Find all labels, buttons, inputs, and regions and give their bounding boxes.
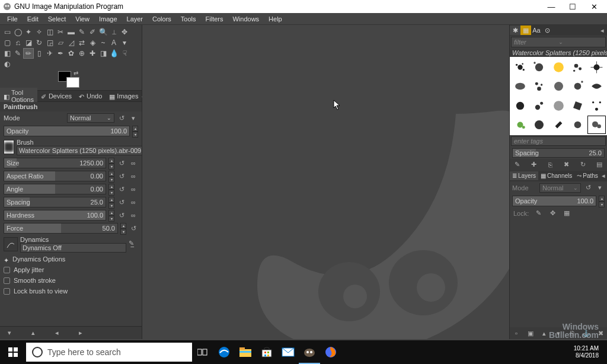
tab-brushes[interactable]: ✱ <box>510 25 520 35</box>
taskbar-clock[interactable]: 10:21 AM 8/4/2018 <box>569 345 603 359</box>
system-tray[interactable]: 10:21 AM 8/4/2018 <box>569 345 607 359</box>
layers-tab-menu[interactable]: ◂ <box>600 172 607 180</box>
tool-move[interactable]: ✥ <box>120 27 129 37</box>
tool-smudge[interactable]: ☟ <box>120 49 129 58</box>
layer-mode-reset-icon[interactable]: ↺ <box>583 183 593 193</box>
size-stepper[interactable]: ▴▾ <box>108 158 114 168</box>
start-button[interactable] <box>0 340 26 364</box>
layer-up-icon[interactable]: ▴ <box>540 328 548 338</box>
size-slider[interactable]: Size 1250.00 <box>4 158 106 168</box>
brush-item[interactable] <box>530 96 548 114</box>
tool-foreground[interactable]: ▬ <box>66 27 76 37</box>
brush-item[interactable] <box>511 96 529 114</box>
taskbar-mail-icon[interactable] <box>277 340 299 364</box>
taskbar-explorer-icon[interactable] <box>235 340 256 364</box>
tool-fuzzy-select[interactable]: ✧ <box>34 27 44 37</box>
tool-heal[interactable]: ✚ <box>88 49 97 58</box>
menu-view[interactable]: View <box>71 14 94 24</box>
tool-rect-select[interactable]: ▭ <box>2 27 12 37</box>
spacing-stepper[interactable]: ▴▾ <box>108 197 114 207</box>
close-button[interactable]: ✕ <box>583 2 605 11</box>
brush-item[interactable] <box>549 77 567 95</box>
delete-brush-icon[interactable]: ✖ <box>562 160 571 170</box>
delete-preset-icon[interactable]: ◂ <box>52 328 62 338</box>
opacity-slider[interactable]: Opacity 100.0 <box>4 126 130 136</box>
menu-file[interactable]: File <box>2 14 23 24</box>
tool-bucket[interactable]: ▾ <box>120 38 129 47</box>
dynamics-thumbnail[interactable] <box>4 237 18 251</box>
minimize-button[interactable]: — <box>541 2 562 11</box>
tool-color-picker[interactable]: ✐ <box>88 27 97 37</box>
taskbar-store-icon[interactable] <box>256 340 277 364</box>
brush-spacing-slider[interactable]: Spacing 25.0 <box>512 148 605 158</box>
taskbar-gimp-icon[interactable] <box>299 340 320 364</box>
edit-brush-icon[interactable]: ✎ <box>513 160 522 170</box>
lock-brush-row[interactable]: Lock brush to view <box>0 286 142 296</box>
size-link-icon[interactable]: ∞ <box>129 158 138 168</box>
brush-item[interactable] <box>530 58 548 76</box>
tool-rotate[interactable]: ↻ <box>34 38 44 47</box>
background-color[interactable] <box>66 77 79 88</box>
angle-reset-icon[interactable]: ↺ <box>117 184 126 194</box>
apply-jitter-row[interactable]: Apply jitter <box>0 264 142 275</box>
hardness-link-icon[interactable]: ∞ <box>129 210 138 220</box>
new-layer-icon[interactable]: ▫ <box>512 328 520 338</box>
spacing-slider[interactable]: Spacing 25.0 <box>4 197 106 207</box>
mode-reset-icon[interactable]: ↺ <box>117 113 126 123</box>
layer-group-icon[interactable]: ▣ <box>526 328 535 338</box>
save-preset-icon[interactable]: ▾ <box>5 328 14 338</box>
tool-mypaint[interactable]: ✿ <box>66 49 76 58</box>
layer-mode-menu-icon[interactable]: ▾ <box>595 183 605 193</box>
tool-perspective[interactable]: ◿ <box>66 38 76 47</box>
mode-menu-icon[interactable]: ▾ <box>129 113 138 123</box>
tool-clone[interactable]: ⊕ <box>77 49 87 58</box>
tool-ink[interactable]: ✒ <box>56 49 65 58</box>
apply-jitter-checkbox[interactable] <box>4 267 10 273</box>
layers-list[interactable] <box>510 219 607 327</box>
brushes-tab-menu[interactable]: ◂ <box>598 27 607 34</box>
aspect-slider[interactable]: Aspect Ratio 0.00 <box>4 171 106 181</box>
brush-item[interactable] <box>511 116 529 134</box>
lock-position-icon[interactable]: ✥ <box>548 209 557 218</box>
tab-history[interactable]: ⊙ <box>542 25 552 35</box>
dynamics-value[interactable]: Dynamics Off <box>20 243 126 253</box>
menu-tools[interactable]: Tools <box>176 14 201 24</box>
swap-colors-icon[interactable]: ⇄ <box>74 70 78 76</box>
tool-by-color[interactable]: ◫ <box>45 27 55 37</box>
tab-patterns[interactable]: ▦ <box>520 25 531 35</box>
tool-transform[interactable]: ◪ <box>24 38 33 47</box>
smooth-stroke-checkbox[interactable] <box>4 277 10 284</box>
lock-alpha-icon[interactable]: ▦ <box>562 209 571 218</box>
taskbar-firefox-icon[interactable] <box>320 340 341 364</box>
taskbar-edge-icon[interactable] <box>213 340 235 364</box>
tool-measure[interactable]: ⟂ <box>109 27 119 37</box>
layer-opacity-stepper[interactable]: ▴▾ <box>599 196 605 206</box>
open-brush-icon[interactable]: ▤ <box>595 160 604 170</box>
tool-crop[interactable]: ⎌ <box>13 38 23 47</box>
tool-blur[interactable]: 💧 <box>109 49 119 58</box>
tool-ellipse-select[interactable]: ◯ <box>13 27 23 37</box>
tool-eraser[interactable]: ▯ <box>34 49 44 58</box>
tool-warp[interactable]: ~ <box>98 38 108 47</box>
aspect-reset-icon[interactable]: ↺ <box>117 171 126 181</box>
hardness-stepper[interactable]: ▴▾ <box>108 210 114 221</box>
brush-item[interactable] <box>568 58 587 76</box>
tags-input[interactable]: enter tags <box>511 136 606 146</box>
tool-zoom[interactable]: 🔍 <box>98 27 108 37</box>
tab-images[interactable]: ▦Images <box>106 91 142 101</box>
brush-name[interactable]: Watercolor Splatters (1250 pixels).abr-0… <box>17 146 142 155</box>
tab-fonts[interactable]: Aa <box>531 25 542 35</box>
brush-item[interactable] <box>511 77 529 95</box>
menu-colors[interactable]: Colors <box>148 14 176 24</box>
tool-cage[interactable]: ◈ <box>88 38 97 47</box>
tool-shear[interactable]: ▱ <box>56 38 65 47</box>
angle-link-icon[interactable]: ∞ <box>129 184 138 194</box>
menu-filters[interactable]: Filters <box>201 14 228 24</box>
force-stepper[interactable]: ▴▾ <box>120 223 126 234</box>
brush-item[interactable] <box>587 58 606 76</box>
dynamics-edit-icon[interactable]: ✎̲ <box>129 240 138 249</box>
force-reset-icon[interactable]: ↺ <box>129 223 138 233</box>
brush-thumbnail[interactable] <box>4 140 14 154</box>
tool-text[interactable]: A <box>109 38 119 47</box>
force-slider[interactable]: Force 50.0 <box>4 223 118 234</box>
